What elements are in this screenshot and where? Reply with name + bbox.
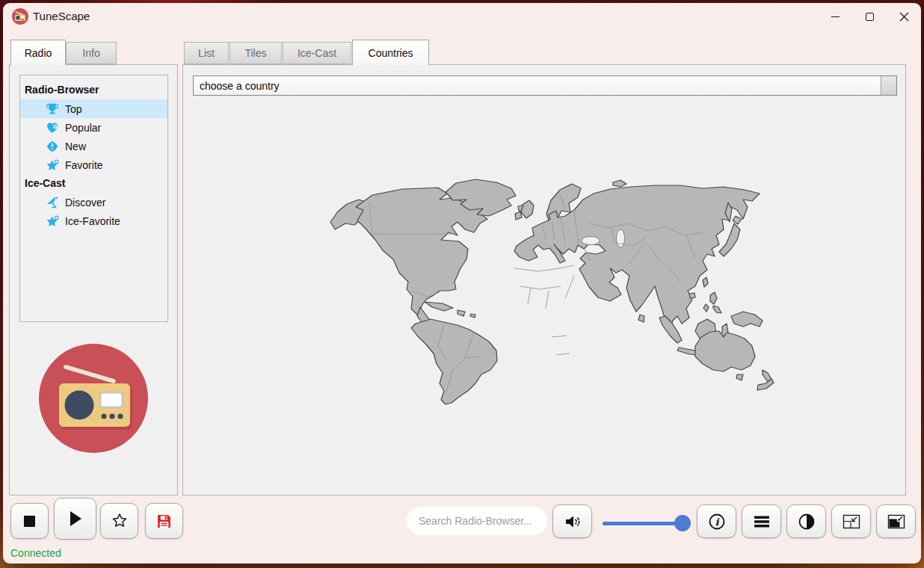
save-icon — [156, 513, 172, 529]
svg-text:i: i — [715, 516, 719, 528]
title-bar: TuneScape — [3, 3, 921, 30]
tab-ice-cast[interactable]: Ice-Cast — [283, 42, 351, 64]
play-button[interactable] — [54, 498, 96, 540]
tree-header-radio-browser: Radio-Browser — [20, 81, 167, 99]
app-logo-icon — [12, 8, 28, 25]
volume-slider-handle[interactable] — [674, 515, 691, 531]
mini-window-button[interactable] — [876, 504, 916, 538]
heart-icon — [46, 121, 59, 135]
stop-button[interactable] — [10, 503, 49, 539]
status-text: Connected — [10, 547, 61, 559]
search-input[interactable] — [406, 506, 548, 536]
shrink-window-filled-icon — [887, 514, 905, 529]
sidebar-item-label: Top — [65, 103, 82, 115]
minimize-icon — [831, 16, 840, 17]
sidebar-item-label: Ice-Favorite — [65, 215, 120, 227]
info-button[interactable]: i — [697, 504, 736, 538]
tab-countries[interactable]: Countries — [352, 40, 429, 65]
countries-tab-page: choose a country — [182, 64, 906, 496]
star-icon — [46, 158, 59, 172]
window-title: TuneScape — [33, 10, 90, 22]
trophy-icon — [46, 102, 59, 116]
maximize-button[interactable] — [852, 3, 887, 30]
minimize-button[interactable] — [818, 3, 852, 30]
contrast-button[interactable] — [786, 504, 826, 538]
play-icon — [67, 510, 84, 528]
shrink-window-icon — [843, 514, 860, 529]
world-map[interactable] — [327, 177, 779, 405]
star-outline-icon — [111, 512, 129, 530]
sidebar-item-discover[interactable]: Discover — [20, 193, 167, 212]
sidebar-item-label: Discover — [65, 197, 105, 209]
combo-dropdown-button[interactable] — [881, 76, 896, 95]
app-window: TuneScape Radio Info List Tiles Ice-Cast… — [3, 3, 921, 564]
hamburger-icon — [753, 514, 771, 529]
sidebar-item-favorite[interactable]: Favorite — [20, 155, 167, 174]
info-icon: i — [708, 513, 726, 531]
tab-radio[interactable]: Radio — [10, 40, 66, 65]
satellite-dish-icon — [46, 196, 59, 209]
volume-button[interactable] — [552, 504, 592, 538]
tab-list[interactable]: List — [184, 42, 229, 64]
star-icon — [46, 214, 59, 228]
radio-logo — [38, 343, 149, 454]
tab-info[interactable]: Info — [66, 42, 117, 64]
speaker-icon — [564, 513, 582, 530]
source-tree: Radio-Browser Top Popular New — [19, 75, 168, 322]
sidebar-item-popular[interactable]: Popular — [20, 118, 167, 137]
menu-button[interactable] — [742, 504, 781, 538]
sidebar-item-label: Favorite — [65, 159, 103, 171]
sidebar-item-label: Popular — [65, 122, 101, 134]
radio-tab-page: Radio-Browser Top Popular New — [9, 64, 178, 496]
stop-icon — [23, 515, 36, 528]
sidebar-item-new[interactable]: New — [20, 137, 167, 155]
sidebar-item-ice-favorite[interactable]: Ice-Favorite — [20, 212, 167, 230]
country-select-value: choose a country — [200, 80, 280, 92]
new-badge-icon — [46, 140, 59, 153]
sidebar-item-top[interactable]: Top — [20, 99, 167, 118]
compact-window-button[interactable] — [831, 504, 871, 538]
maximize-icon — [866, 13, 874, 21]
contrast-icon — [798, 513, 816, 531]
country-select[interactable]: choose a country — [193, 75, 897, 96]
tab-tiles[interactable]: Tiles — [230, 42, 282, 64]
record-save-button[interactable] — [145, 503, 183, 539]
close-button[interactable] — [887, 3, 921, 30]
tree-header-ice-cast: Ice-Cast — [20, 174, 167, 193]
favorite-button[interactable] — [100, 503, 138, 539]
close-icon — [899, 12, 909, 22]
sidebar-item-label: New — [65, 141, 86, 152]
